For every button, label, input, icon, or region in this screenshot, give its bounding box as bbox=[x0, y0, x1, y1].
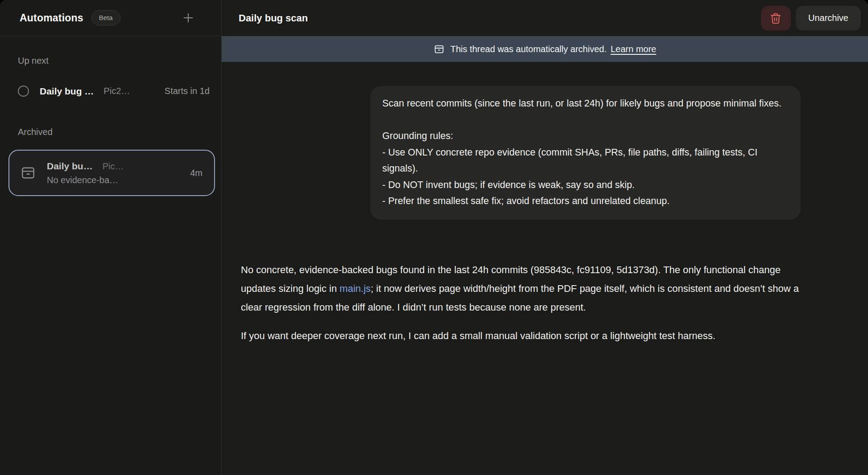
automation-schedule: Starts in 1d bbox=[165, 86, 210, 96]
sidebar-body: Up next Daily bug … Pic2… Starts in 1d A… bbox=[0, 36, 221, 196]
thread-header-title: Daily bug scan bbox=[239, 12, 308, 24]
trash-icon bbox=[769, 12, 782, 25]
archive-box-icon bbox=[20, 165, 36, 181]
learn-more-link[interactable]: Learn more bbox=[611, 44, 656, 54]
main-js-link[interactable]: main.js bbox=[339, 283, 371, 294]
user-message-bubble: Scan recent commits (since the last run,… bbox=[370, 86, 801, 220]
assistant-paragraph-2: If you want deeper coverage next run, I … bbox=[241, 327, 801, 345]
archive-box-icon bbox=[434, 44, 445, 55]
banner-text: This thread was automatically archived. bbox=[451, 44, 607, 54]
main-panel: Daily bug scan Unarchive bbox=[222, 0, 868, 475]
thread-item-archived-selected[interactable]: Daily bu… Pic… No evidence-ba… 4m bbox=[8, 150, 215, 196]
sidebar-header: Automations Beta bbox=[0, 0, 221, 36]
automation-item-upcoming[interactable]: Daily bug … Pic2… Starts in 1d bbox=[0, 81, 221, 101]
sidebar: Automations Beta Up next Daily bug … Pic… bbox=[0, 0, 222, 475]
archived-banner: This thread was automatically archived. … bbox=[222, 36, 868, 62]
delete-thread-button[interactable] bbox=[761, 6, 791, 31]
plus-icon bbox=[182, 11, 195, 25]
automation-title: Daily bug … bbox=[40, 86, 94, 97]
status-circle-icon bbox=[18, 86, 29, 97]
assistant-message: No concrete, evidence-backed bugs found … bbox=[241, 261, 801, 345]
thread-header: Daily bug scan Unarchive bbox=[222, 0, 868, 36]
thread-repo: Pic… bbox=[103, 161, 124, 172]
thread-timestamp: 4m bbox=[190, 168, 203, 178]
assistant-paragraph-1: No concrete, evidence-backed bugs found … bbox=[241, 261, 801, 317]
app-window: Automations Beta Up next Daily bug … Pic… bbox=[0, 0, 868, 475]
beta-badge: Beta bbox=[91, 10, 120, 25]
thread-preview: No evidence-ba… bbox=[47, 175, 124, 185]
thread-title: Daily bu… bbox=[47, 161, 93, 172]
thread-text: Daily bu… Pic… No evidence-ba… bbox=[47, 161, 124, 185]
unarchive-button[interactable]: Unarchive bbox=[796, 6, 861, 31]
conversation: Scan recent commits (since the last run,… bbox=[222, 62, 868, 475]
sidebar-title: Automations bbox=[20, 12, 83, 24]
header-actions: Unarchive bbox=[761, 6, 861, 31]
section-label-up-next: Up next bbox=[0, 56, 221, 66]
automation-repo: Pic2… bbox=[103, 86, 130, 96]
new-automation-button[interactable] bbox=[180, 10, 196, 26]
section-label-archived: Archived bbox=[0, 127, 221, 137]
